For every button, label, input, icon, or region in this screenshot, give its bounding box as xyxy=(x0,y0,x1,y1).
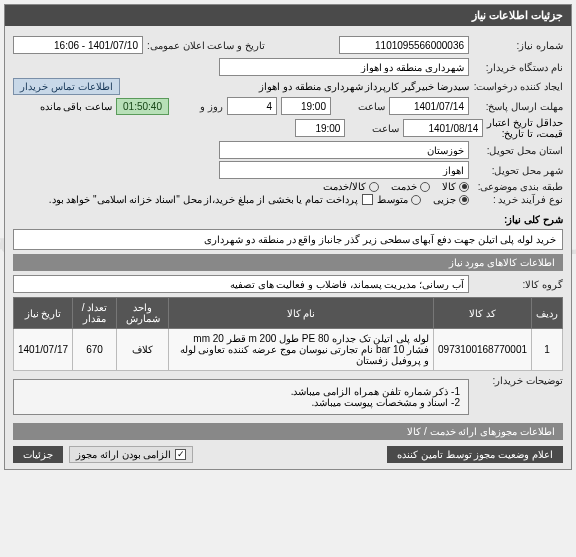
buyer-input[interactable] xyxy=(219,58,469,76)
remaining-label: ساعت باقی مانده xyxy=(40,101,113,112)
note-line-2: 2- اسناد و مشخصات پیوست میباشد. xyxy=(22,397,460,408)
city-label: شهر محل تحویل: xyxy=(473,165,563,176)
deadline-time-input[interactable] xyxy=(281,97,331,115)
items-table: ردیف کد کالا نام کالا واحد شمارش تعداد /… xyxy=(13,297,563,371)
city-input[interactable] xyxy=(219,161,469,179)
radio-goods[interactable]: کالا xyxy=(442,181,469,192)
footer-mandatory: الزامی بودن ارائه مجوز xyxy=(76,449,171,460)
cell-name: لوله پلی اتیلن تک جداره PE 80 طول 200 m … xyxy=(169,329,434,371)
remaining-time: 01:50:40 xyxy=(116,98,169,115)
radio-medium[interactable]: متوسط xyxy=(377,194,421,205)
col-name: نام کالا xyxy=(169,298,434,329)
radio-icon xyxy=(459,182,469,192)
category-label: طبقه بندی موضوعی: xyxy=(473,181,563,192)
province-label: استان محل تحویل: xyxy=(473,145,563,156)
col-code: کد کالا xyxy=(434,298,532,329)
table-row: 1 0973100168770001 لوله پلی اتیلن تک جدا… xyxy=(14,329,563,371)
creator-label: ایجاد کننده درخواست: xyxy=(473,81,563,92)
footer-bar: اعلام وضعیت مجوز توسط تامین کننده الزامی… xyxy=(13,446,563,463)
desc-text: خرید لوله پلی اتیلن جهت دفع آبهای سطحی ز… xyxy=(204,234,556,245)
days-input[interactable] xyxy=(227,97,277,115)
radio-partial[interactable]: جزیی xyxy=(433,194,469,205)
footer-right: اعلام وضعیت مجوز توسط تامین کننده xyxy=(387,446,563,463)
min-valid-label: حداقل تاریخ اعتبار xyxy=(487,117,563,128)
deadline-date-input[interactable] xyxy=(389,97,469,115)
notes-label: توضیحات خریدار: xyxy=(473,375,563,386)
desc-label: شرح کلی نیاز: xyxy=(504,214,563,225)
province-input[interactable] xyxy=(219,141,469,159)
payment-checkbox[interactable] xyxy=(362,194,373,205)
process-label: نوع فرآیند خرید : xyxy=(473,194,563,205)
radio-icon xyxy=(369,182,379,192)
cell-row: 1 xyxy=(532,329,563,371)
radio-service[interactable]: خدمت xyxy=(391,181,430,192)
footer-details[interactable]: جزئیات xyxy=(13,446,63,463)
desc-box: خرید لوله پلی اتیلن جهت دفع آبهای سطحی ز… xyxy=(13,229,563,250)
valid-date-input[interactable] xyxy=(403,119,483,137)
radio-partial-label: جزیی xyxy=(433,194,456,205)
header-title: جزئیات اطلاعات نیاز xyxy=(472,9,563,21)
creator-value: سیدرضا خبیرگیر کارپرداز شهرداری منطقه دو… xyxy=(259,81,469,92)
process-radio-group: جزیی متوسط xyxy=(377,194,469,205)
payment-note: پرداخت تمام یا بخشی از مبلغ خرید،از محل … xyxy=(49,194,358,205)
page-header: جزئیات اطلاعات نیاز xyxy=(5,5,571,26)
cell-unit: کلاف xyxy=(117,329,169,371)
contact-buyer-button[interactable]: اطلاعات تماس خریدار xyxy=(13,78,120,95)
valid-time-input[interactable] xyxy=(295,119,345,137)
col-row: ردیف xyxy=(532,298,563,329)
col-qty: تعداد / مقدار xyxy=(73,298,117,329)
announce-label: تاریخ و ساعت اعلان عمومی: xyxy=(147,40,265,51)
page-container: جزئیات اطلاعات نیاز شماره نیاز: تاریخ و … xyxy=(4,4,572,470)
deadline-label: مهلت ارسال پاسخ: xyxy=(473,101,563,112)
announce-input[interactable] xyxy=(13,36,143,54)
time-label-1: ساعت xyxy=(335,101,385,112)
buyer-label: نام دستگاه خریدار: xyxy=(473,62,563,73)
cell-date: 1401/07/17 xyxy=(14,329,73,371)
radio-goods-service[interactable]: کالا/خدمت xyxy=(323,181,379,192)
cell-qty: 670 xyxy=(73,329,117,371)
permits-header: اطلاعات مجوزهای ارائه خدمت / کالا xyxy=(13,423,563,440)
radio-icon xyxy=(459,195,469,205)
notes-box: 1- ذکر شماره تلفن همراه الزامی میباشد. 2… xyxy=(13,379,469,415)
radio-goods-label: کالا xyxy=(442,181,456,192)
mandatory-checkbox[interactable] xyxy=(175,449,186,460)
group-label: گروه کالا: xyxy=(473,279,563,290)
col-date: تاریخ نیاز xyxy=(14,298,73,329)
need-no-input[interactable] xyxy=(339,36,469,54)
group-input[interactable] xyxy=(13,275,469,293)
radio-icon xyxy=(411,195,421,205)
need-no-label: شماره نیاز: xyxy=(473,40,563,51)
time-label-2: ساعت xyxy=(349,123,399,134)
radio-gs-label: کالا/خدمت xyxy=(323,181,366,192)
radio-service-label: خدمت xyxy=(391,181,417,192)
cell-code: 0973100168770001 xyxy=(434,329,532,371)
radio-icon xyxy=(420,182,430,192)
min-valid-sub: قیمت، تا تاریخ: xyxy=(487,128,563,139)
radio-medium-label: متوسط xyxy=(377,194,408,205)
category-radio-group: کالا خدمت کالا/خدمت xyxy=(323,181,469,192)
day-label: روز و xyxy=(173,101,223,112)
col-unit: واحد شمارش xyxy=(117,298,169,329)
items-header: اطلاعات کالاهای مورد نیاز xyxy=(13,254,563,271)
note-line-1: 1- ذکر شماره تلفن همراه الزامی میباشد. xyxy=(22,386,460,397)
